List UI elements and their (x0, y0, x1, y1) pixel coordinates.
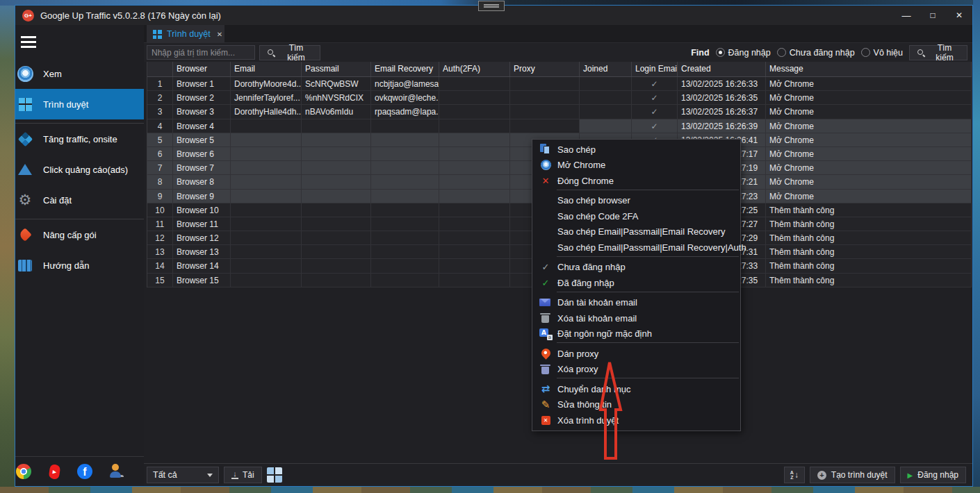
mini-window-handle[interactable] (478, 1, 505, 11)
footer-shortcut-icon[interactable] (16, 464, 31, 479)
sidebar-item[interactable]: Cài đặt (15, 185, 144, 215)
column-header-email[interactable]: Email (231, 62, 302, 76)
cell-email (231, 119, 302, 133)
column-header-message[interactable]: Message (766, 62, 972, 76)
cell-message: Mở Chrome (766, 133, 972, 147)
sidebar-item[interactable]: Nâng cấp gói (15, 219, 144, 250)
cell-login-email-check: ✓ (632, 119, 678, 133)
column-header-proxy[interactable]: Proxy (510, 62, 580, 76)
context-menu-item[interactable]: Đóng Chrome (532, 173, 740, 189)
context-menu-item[interactable]: Sao chép browser (532, 193, 740, 209)
cell-email-recovery (371, 245, 439, 259)
cell-index: 15 (147, 274, 173, 287)
column-header-login-email[interactable]: Login Email (632, 62, 678, 76)
column-header-joined[interactable]: Joined (580, 62, 632, 76)
context-menu-item[interactable]: Đã đăng nhập (532, 275, 740, 291)
close-button[interactable]: ✕ (946, 6, 972, 25)
sidebar-item[interactable]: Trình duyệt (15, 89, 144, 119)
cell-browser: Browser 5 (173, 133, 231, 147)
sidebar-item[interactable]: Xem (15, 58, 144, 89)
column-header-auth2fa[interactable]: Auth(2FA) (439, 62, 510, 76)
context-menu-item[interactable]: Dán tài khoản email (532, 295, 740, 311)
cell-created: 13/02/2025 16:26:37 (678, 105, 766, 119)
find-search-button[interactable]: Tìm kiếm (909, 45, 967, 60)
find-radio-option[interactable]: Đăng nhập (716, 48, 771, 58)
find-radio-option[interactable]: Chưa đăng nhập (777, 48, 855, 58)
sort-button[interactable] (784, 467, 805, 483)
desktop-background-left (0, 0, 15, 493)
table-row[interactable]: 3 Browser 3 DorothyHalle4dh... nBAVo6mId… (147, 105, 972, 119)
radio-icon (861, 48, 870, 57)
sort-az-icon (790, 470, 799, 480)
tab-close-icon[interactable]: ✕ (217, 31, 222, 38)
cell-email (231, 245, 302, 259)
sidebar-item[interactable]: Click quảng cáo(ads) (15, 154, 144, 185)
cell-email (231, 175, 302, 189)
table-row[interactable]: 2 Browser 2 JenniferTayloref... %nhNVSRd… (147, 91, 972, 105)
category-filter-dropdown[interactable]: Tất cả (147, 467, 219, 483)
context-menu-item[interactable]: Xóa tài khoản email (532, 310, 740, 326)
grid-view-icon[interactable] (267, 467, 282, 483)
context-menu-item[interactable]: Chuyển danh mục (532, 381, 740, 397)
context-menu-item[interactable]: Chưa đăng nhập (532, 260, 740, 276)
column-header-index[interactable] (147, 62, 173, 76)
minimize-button[interactable]: — (893, 6, 920, 25)
context-menu-item[interactable]: Sửa thông tin (532, 397, 740, 413)
find-radio-option[interactable]: Vô hiệu (861, 48, 903, 58)
column-header-created[interactable]: Created (678, 62, 766, 76)
chevron-down-icon (207, 474, 213, 477)
tab-trinh-duyet[interactable]: Trình duyệt ✕ (147, 25, 224, 43)
context-menu-item[interactable]: Dán proxy (532, 346, 740, 362)
context-menu-item[interactable] (557, 342, 739, 344)
cell-index: 5 (147, 133, 173, 147)
cell-auth2fa (439, 161, 510, 175)
cell-message: Thêm thành công (766, 203, 972, 217)
context-menu-item[interactable] (557, 190, 739, 192)
menu-item-label: Sao chép Email|Passmail|Email Recovery|A… (557, 242, 746, 253)
column-header-email-recovery[interactable]: Email Recovery (371, 62, 439, 76)
context-menu-item[interactable]: Mở Chrome (532, 158, 740, 174)
sidebar-item[interactable]: Tăng traffic, onsite (15, 123, 144, 154)
footer-shortcut-icon[interactable] (47, 464, 62, 479)
login-button[interactable]: ▶ Đăng nhập (900, 467, 966, 483)
bottom-bar: Tất cả Tải + Tạo trình duyệt (144, 463, 972, 486)
cell-index: 14 (147, 259, 173, 273)
table-row[interactable]: 4 Browser 4 ✓ 13/02/2025 16:26:39 Mở Chr… (147, 119, 972, 133)
context-menu-item[interactable]: Sao chép Code 2FA (532, 208, 740, 224)
table-row[interactable]: 1 Browser 1 DorothyMoore4d... ScNRQwBSW … (147, 77, 972, 91)
menu-toggle-button[interactable] (15, 25, 144, 58)
cell-email (231, 147, 302, 161)
context-menu-item[interactable]: Đặt ngôn ngữ mặc định (532, 326, 740, 342)
sidebar-item-label: Tăng traffic, onsite (43, 134, 117, 144)
sidebar-item-icon (17, 156, 33, 183)
context-menu-item[interactable]: Xóa trình duyệt (532, 412, 740, 428)
context-menu-item[interactable]: Sao chép Email|Passmail|Email Recovery (532, 224, 740, 240)
cell-email (231, 217, 302, 231)
search-button[interactable]: Tìm kiếm (259, 45, 320, 60)
download-button[interactable]: Tải (224, 467, 262, 483)
menu-item-icon (539, 143, 553, 156)
tab-bar: Trình duyệt ✕ (144, 25, 972, 43)
context-menu-item[interactable]: Xóa proxy (532, 362, 740, 378)
cell-auth2fa (439, 147, 510, 161)
cell-email-recovery (371, 133, 439, 147)
context-menu-item[interactable] (557, 256, 739, 258)
footer-shortcut-icon[interactable] (77, 464, 92, 479)
cell-index: 3 (147, 105, 173, 119)
context-menu-item[interactable] (557, 292, 739, 294)
maximize-button[interactable]: □ (920, 6, 946, 25)
context-menu-item[interactable]: Sao chép (532, 142, 740, 158)
cell-email: JenniferTayloref... (231, 91, 302, 105)
column-header-passmail[interactable]: Passmail (302, 62, 371, 76)
search-input[interactable] (147, 45, 255, 60)
cell-browser: Browser 4 (173, 119, 231, 133)
cell-message: Mở Chrome (766, 119, 972, 133)
context-menu-item[interactable]: Sao chép Email|Passmail|Email Recovery|A… (532, 240, 740, 256)
cell-proxy (510, 105, 580, 119)
radio-label: Đăng nhập (728, 48, 771, 58)
menu-item-label: Sao chép Email|Passmail|Email Recovery (557, 226, 726, 237)
column-header-browser[interactable]: Browser (173, 62, 231, 76)
sidebar-item[interactable]: Hướng dẫn (15, 250, 144, 281)
footer-shortcut-icon[interactable] (108, 464, 123, 479)
create-browser-button[interactable]: + Tạo trình duyệt (810, 467, 895, 483)
